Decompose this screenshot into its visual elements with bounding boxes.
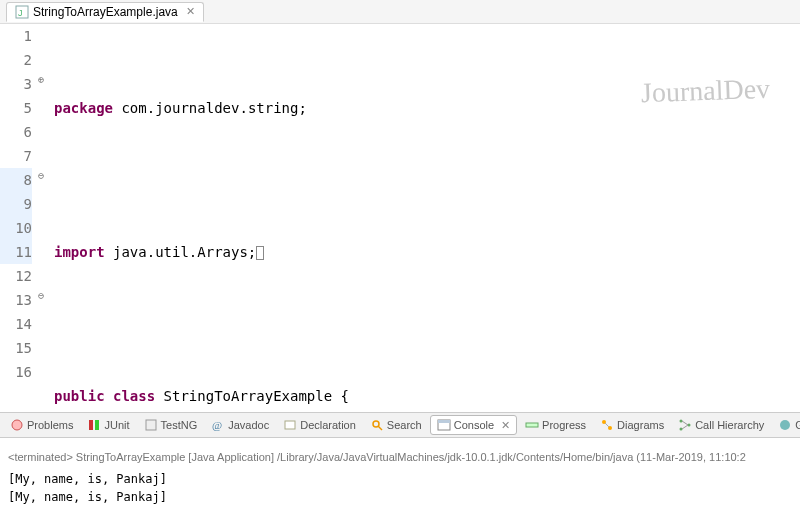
gradle-icon bbox=[778, 418, 792, 432]
tab-label: Call Hierarchy bbox=[695, 419, 764, 431]
line-number: 1 bbox=[0, 24, 32, 48]
svg-text:@: @ bbox=[212, 419, 222, 431]
tab-label: Declaration bbox=[300, 419, 356, 431]
fold-annotation-column: ⊕ ⊖ ⊖ bbox=[38, 24, 50, 412]
tab-javadoc[interactable]: @ Javadoc bbox=[205, 416, 275, 434]
line-number: 9 bbox=[0, 192, 32, 216]
collapse-icon[interactable]: ⊖ bbox=[38, 290, 44, 301]
svg-line-15 bbox=[605, 423, 609, 427]
console-icon bbox=[437, 418, 451, 432]
tab-filename: StringToArrayExample.java bbox=[33, 5, 178, 19]
tab-label: Javadoc bbox=[228, 419, 269, 431]
tab-label: Problems bbox=[27, 419, 73, 431]
line-number: 11 bbox=[0, 240, 32, 264]
tab-progress[interactable]: Progress bbox=[519, 416, 592, 434]
tab-label: Console bbox=[454, 419, 494, 431]
svg-rect-3 bbox=[89, 420, 93, 430]
svg-line-9 bbox=[378, 426, 382, 430]
collapse-icon[interactable]: ⊕ bbox=[38, 74, 44, 85]
close-icon[interactable]: ✕ bbox=[186, 5, 195, 18]
svg-rect-11 bbox=[438, 420, 450, 423]
console-output-line: [My, name, is, Pankaj] bbox=[8, 488, 792, 506]
line-number: 7 bbox=[0, 144, 32, 168]
line-number: 12 bbox=[0, 264, 32, 288]
tab-problems[interactable]: Problems bbox=[4, 416, 79, 434]
progress-icon bbox=[525, 418, 539, 432]
line-number: 16 bbox=[0, 360, 32, 384]
tab-declaration[interactable]: Declaration bbox=[277, 416, 362, 434]
tab-junit[interactable]: JUnit bbox=[81, 416, 135, 434]
tab-search[interactable]: Search bbox=[364, 416, 428, 434]
console-output-line: [My, name, is, Pankaj] bbox=[8, 470, 792, 488]
tab-label: G bbox=[795, 419, 800, 431]
line-number: 5 bbox=[0, 96, 32, 120]
testng-icon bbox=[144, 418, 158, 432]
keyword: import bbox=[54, 244, 105, 260]
line-number: 6 bbox=[0, 120, 32, 144]
code-content[interactable]: JournalDev package com.journaldev.string… bbox=[50, 24, 800, 412]
line-number: 3 bbox=[0, 72, 32, 96]
tab-call-hierarchy[interactable]: Call Hierarchy bbox=[672, 416, 770, 434]
declaration-icon bbox=[283, 418, 297, 432]
keyword: public bbox=[54, 388, 105, 404]
junit-icon bbox=[87, 418, 101, 432]
tab-label: TestNG bbox=[161, 419, 198, 431]
line-number-gutter: 1 2 3 5 6 7 8 9 10 11 12 13 14 15 16 bbox=[0, 24, 38, 412]
diagrams-icon bbox=[600, 418, 614, 432]
views-tab-bar: Problems JUnit TestNG @ Javadoc Declarat… bbox=[0, 412, 800, 438]
svg-rect-7 bbox=[285, 421, 295, 429]
tab-label: Diagrams bbox=[617, 419, 664, 431]
tab-label: Search bbox=[387, 419, 422, 431]
tab-label: Progress bbox=[542, 419, 586, 431]
console-panel[interactable]: <terminated> StringToArrayExample [Java … bbox=[0, 438, 800, 510]
code-text: StringToArrayExample { bbox=[155, 388, 349, 404]
svg-rect-5 bbox=[146, 420, 156, 430]
close-icon[interactable]: ✕ bbox=[501, 419, 510, 432]
svg-rect-4 bbox=[95, 420, 99, 430]
svg-rect-12 bbox=[526, 423, 538, 427]
call-hierarchy-icon bbox=[678, 418, 692, 432]
tab-diagrams[interactable]: Diagrams bbox=[594, 416, 670, 434]
java-file-icon: J bbox=[15, 5, 29, 19]
line-number: 10 bbox=[0, 216, 32, 240]
code-text: java.util.Arrays; bbox=[105, 244, 257, 260]
code-editor[interactable]: 1 2 3 5 6 7 8 9 10 11 12 13 14 15 16 ⊕ ⊖… bbox=[0, 24, 800, 412]
search-icon bbox=[370, 418, 384, 432]
javadoc-icon: @ bbox=[211, 418, 225, 432]
tab-label: JUnit bbox=[104, 419, 129, 431]
collapsed-marker-icon[interactable] bbox=[256, 246, 264, 260]
svg-point-2 bbox=[12, 420, 22, 430]
editor-tab-bar: J StringToArrayExample.java ✕ bbox=[0, 0, 800, 24]
tab-more[interactable]: G bbox=[772, 416, 800, 434]
line-number: 15 bbox=[0, 336, 32, 360]
console-header: <terminated> StringToArrayExample [Java … bbox=[8, 448, 792, 466]
code-text: com.journaldev.string; bbox=[113, 100, 307, 116]
line-number: 13 bbox=[0, 288, 32, 312]
line-number: 2 bbox=[0, 48, 32, 72]
editor-tab-file[interactable]: J StringToArrayExample.java ✕ bbox=[6, 2, 204, 22]
keyword: package bbox=[54, 100, 113, 116]
line-number: 14 bbox=[0, 312, 32, 336]
svg-point-19 bbox=[780, 420, 790, 430]
tab-console[interactable]: Console ✕ bbox=[430, 415, 517, 435]
collapse-icon[interactable]: ⊖ bbox=[38, 170, 44, 181]
keyword: class bbox=[105, 388, 156, 404]
line-number: 8 bbox=[0, 168, 32, 192]
svg-text:J: J bbox=[18, 8, 23, 18]
problems-icon bbox=[10, 418, 24, 432]
tab-testng[interactable]: TestNG bbox=[138, 416, 204, 434]
